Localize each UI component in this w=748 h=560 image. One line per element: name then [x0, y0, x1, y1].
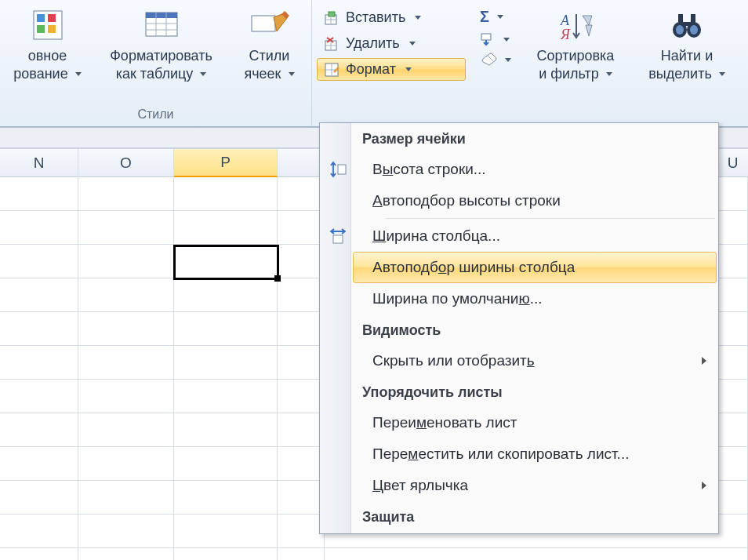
submenu-arrow-icon — [702, 357, 706, 365]
format-table-line1: Форматировать — [110, 48, 212, 64]
tab-color-label: Цвет ярлычка — [372, 477, 468, 494]
ribbon-group-cells: Вставить Удалить Формат — [312, 0, 466, 126]
chevron-down-icon — [719, 72, 725, 76]
row-height-label: Высота строки... — [372, 161, 486, 178]
svg-rect-4 — [48, 25, 56, 33]
chevron-down-icon — [497, 15, 503, 19]
svg-rect-3 — [37, 25, 45, 33]
insert-label: Вставить — [346, 9, 405, 26]
cell-styles-line2: ячеек — [244, 66, 281, 82]
format-as-table-button[interactable]: Форматироватькак таблицу — [91, 5, 232, 82]
cell-styles-icon — [250, 8, 289, 42]
move-copy-label: Переместить или скопировать лист... — [372, 445, 629, 463]
menu-item-autofit-col[interactable]: Автоподбор ширины столбца — [353, 252, 717, 283]
svg-rect-2 — [48, 14, 56, 22]
column-header-u[interactable]: U — [717, 149, 748, 177]
fill-button[interactable] — [480, 32, 511, 46]
autofit-row-label: Автоподбор высоты строки — [372, 192, 561, 209]
column-header-p[interactable]: P — [174, 149, 278, 177]
svg-rect-31 — [678, 14, 683, 25]
cell-styles-button[interactable]: Стилиячеек — [232, 5, 307, 82]
menu-item-move-copy[interactable]: Переместить или скопировать лист... — [353, 438, 717, 470]
delete-cells-icon — [324, 36, 340, 52]
conditional-formatting-button[interactable]: овноерование — [5, 5, 91, 82]
chevron-down-icon — [75, 72, 82, 76]
menu-section-organize: Упорядочить листы — [351, 376, 718, 407]
chevron-down-icon — [409, 42, 416, 45]
insert-cells-icon — [324, 10, 340, 26]
format-dropdown-menu: Размер ячейки Высота строки... Автоподбо… — [319, 122, 719, 534]
svg-text:A: A — [560, 13, 570, 28]
menu-section-protect: Защита — [351, 501, 718, 532]
svg-point-30 — [690, 25, 698, 35]
svg-text:Я: Я — [560, 27, 571, 42]
menu-separator — [386, 218, 715, 219]
svg-rect-34 — [338, 165, 346, 174]
menu-section-visibility: Видимость — [351, 315, 718, 345]
ribbon-group-editing: Σ AЯ — [466, 0, 748, 126]
svg-rect-35 — [333, 235, 343, 243]
conditional-formatting-icon — [31, 8, 65, 42]
column-header-o[interactable]: O — [78, 149, 174, 177]
menu-item-rename-sheet[interactable]: Переименовать лист — [353, 407, 717, 438]
chevron-down-icon — [503, 38, 510, 42]
col-width-icon — [327, 225, 349, 247]
menu-item-default-width[interactable]: Ширина по умолчанию... — [353, 283, 717, 315]
chevron-down-icon — [606, 72, 612, 76]
rename-sheet-label: Переименовать лист — [372, 414, 517, 431]
chevron-down-icon — [289, 72, 295, 76]
cond-format-line2: рование — [13, 66, 67, 82]
table-icon — [144, 8, 179, 42]
menu-item-col-width[interactable]: Ширина столбца... — [353, 220, 717, 252]
format-table-line2: как таблицу — [116, 66, 194, 82]
sort-filter-line1: Сортировка — [537, 48, 615, 64]
svg-rect-11 — [252, 16, 275, 31]
styles-group-label: Стили — [0, 104, 311, 126]
find-select-line2: выделить — [648, 66, 712, 82]
chevron-down-icon — [415, 16, 421, 20]
submenu-arrow-icon — [702, 482, 706, 489]
chevron-down-icon — [505, 58, 511, 62]
format-label: Формат — [346, 61, 396, 78]
column-header-q[interactable] — [278, 149, 325, 177]
menu-item-hide-unhide[interactable]: Скрыть или отобразить — [353, 345, 717, 376]
sigma-icon: Σ — [480, 8, 489, 26]
svg-rect-33 — [683, 22, 691, 26]
sort-filter-icon: AЯ — [557, 8, 594, 42]
menu-section-cell-size: Размер ячейки — [351, 123, 718, 154]
delete-button[interactable]: Удалить — [317, 32, 466, 55]
default-width-label: Ширина по умолчанию... — [372, 290, 543, 307]
svg-point-29 — [676, 25, 684, 35]
autofit-col-label: Автоподбор ширины столбца — [372, 259, 575, 276]
hide-unhide-label: Скрыть или отобразить — [372, 352, 535, 369]
format-button[interactable]: Формат — [317, 58, 466, 81]
cell-styles-line1: Стили — [249, 48, 290, 64]
chevron-down-icon — [405, 67, 412, 71]
svg-rect-24 — [481, 34, 491, 40]
clear-button[interactable] — [480, 53, 511, 67]
menu-icon-rail — [320, 123, 351, 533]
svg-rect-32 — [691, 14, 695, 25]
chevron-down-icon — [200, 72, 206, 76]
insert-button[interactable]: Вставить — [317, 6, 466, 29]
cond-format-line1: овное — [28, 48, 67, 64]
menu-item-autofit-row[interactable]: Автоподбор высоты строки — [353, 185, 717, 216]
menu-item-row-height[interactable]: Высота строки... — [353, 154, 717, 185]
svg-rect-6 — [146, 13, 177, 18]
sort-filter-line2: и фильтр — [539, 66, 599, 82]
col-width-label: Ширина столбца... — [372, 227, 500, 245]
menu-item-tab-color[interactable]: Цвет ярлычка — [353, 470, 717, 501]
column-header-n[interactable]: N — [0, 149, 78, 177]
row-height-icon — [327, 158, 349, 180]
eraser-icon — [480, 53, 497, 67]
ribbon-group-styles: овноерование Форматироватькак таблицу Ст… — [0, 0, 312, 126]
find-select-button[interactable]: Найти ивыделить — [632, 5, 742, 82]
format-cells-icon — [324, 62, 340, 78]
svg-rect-13 — [329, 12, 335, 16]
sort-filter-button[interactable]: AЯ Сортировкаи фильтр — [519, 5, 632, 82]
delete-label: Удалить — [346, 35, 400, 52]
svg-rect-1 — [37, 14, 45, 22]
fill-down-icon — [480, 32, 496, 46]
find-select-line1: Найти и — [661, 48, 713, 64]
autosum-button[interactable]: Σ — [480, 8, 511, 26]
